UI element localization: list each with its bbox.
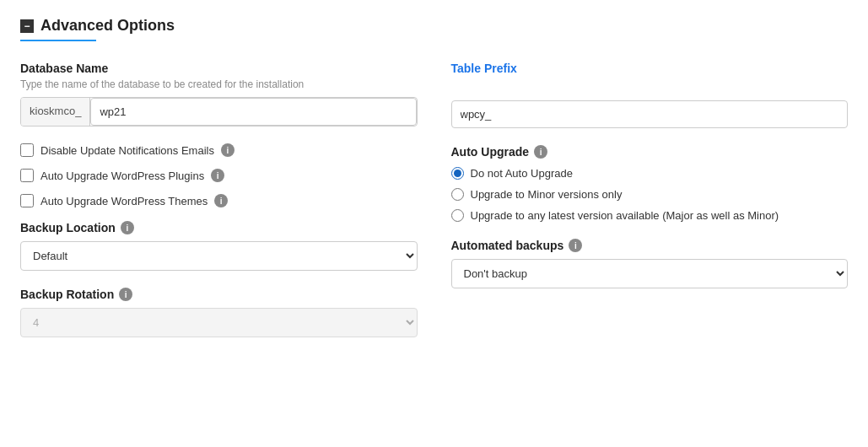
radio-minor-upgrade-label: Upgrade to Minor versions only <box>471 188 623 201</box>
disable-notifications-checkbox[interactable] <box>20 143 34 157</box>
radio-any-upgrade-label: Upgrade to any latest version available … <box>471 209 779 222</box>
backup-location-info-icon: i <box>121 221 134 234</box>
backup-location-label: Backup Location i <box>20 221 418 234</box>
auto-upgrade-themes-row: Auto Upgrade WordPress Themes i <box>20 194 418 207</box>
collapse-icon[interactable]: − <box>20 19 34 33</box>
radio-any-upgrade[interactable] <box>451 209 464 222</box>
radio-minor-upgrade[interactable] <box>451 188 464 201</box>
database-name-input-wrapper: kioskmco_ <box>20 97 418 127</box>
backup-rotation-info-icon: i <box>119 288 132 301</box>
main-grid: Database Name Type the name of the datab… <box>20 62 848 354</box>
auto-upgrade-info-icon: i <box>534 145 547 159</box>
disable-notifications-row: Disable Update Notifications Emails i <box>20 143 418 157</box>
database-name-input[interactable] <box>90 98 416 126</box>
radio-no-upgrade[interactable] <box>451 167 464 180</box>
radio-no-upgrade-row: Do not Auto Upgrade <box>451 167 849 180</box>
auto-upgrade-group: Auto Upgrade i Do not Auto Upgrade Upgra… <box>451 145 849 222</box>
auto-upgrade-themes-info-icon: i <box>214 194 228 207</box>
page-title: Advanced Options <box>40 17 175 35</box>
left-column: Database Name Type the name of the datab… <box>20 62 418 354</box>
radio-minor-upgrade-row: Upgrade to Minor versions only <box>451 188 849 201</box>
automated-backups-info-icon: i <box>569 239 582 252</box>
auto-upgrade-plugins-checkbox[interactable] <box>20 169 34 182</box>
database-name-label: Database Name <box>20 62 418 75</box>
backup-rotation-select[interactable]: 4 <box>20 308 418 337</box>
checkboxes-group: Disable Update Notifications Emails i Au… <box>20 143 418 207</box>
section-header: − Advanced Options <box>20 17 848 41</box>
right-column: Table Prefix Auto Upgrade i Do not Auto … <box>451 62 849 354</box>
table-prefix-label: Table Prefix <box>451 62 849 75</box>
automated-backups-select[interactable]: Don't backup Weekly Monthly <box>451 259 849 288</box>
database-name-group: Database Name Type the name of the datab… <box>20 62 418 127</box>
auto-upgrade-heading: Auto Upgrade i <box>451 145 849 159</box>
automated-backups-group: Automated backups i Don't backup Weekly … <box>451 239 849 288</box>
radio-no-upgrade-label: Do not Auto Upgrade <box>471 167 573 180</box>
backup-location-group: Backup Location i Default Remote <box>20 221 418 271</box>
database-prefix: kioskmco_ <box>21 98 90 126</box>
auto-upgrade-plugins-label: Auto Upgrade WordPress Plugins <box>40 170 204 182</box>
backup-rotation-group: Backup Rotation i 4 <box>20 288 418 337</box>
backup-rotation-label: Backup Rotation i <box>20 288 418 301</box>
auto-upgrade-plugins-info-icon: i <box>211 169 224 182</box>
backup-location-select[interactable]: Default Remote <box>20 241 418 271</box>
table-prefix-group: Table Prefix <box>451 62 849 128</box>
database-name-hint: Type the name of the database to be crea… <box>20 78 418 90</box>
auto-upgrade-themes-label: Auto Upgrade WordPress Themes <box>40 195 208 207</box>
auto-upgrade-plugins-row: Auto Upgrade WordPress Plugins i <box>20 169 418 182</box>
disable-notifications-info-icon: i <box>221 143 235 157</box>
auto-upgrade-themes-checkbox[interactable] <box>20 194 34 207</box>
title-underline <box>20 40 96 41</box>
disable-notifications-label: Disable Update Notifications Emails <box>40 144 214 157</box>
table-prefix-input[interactable] <box>451 100 849 128</box>
radio-any-upgrade-row: Upgrade to any latest version available … <box>451 209 849 222</box>
automated-backups-label: Automated backups i <box>451 239 849 252</box>
